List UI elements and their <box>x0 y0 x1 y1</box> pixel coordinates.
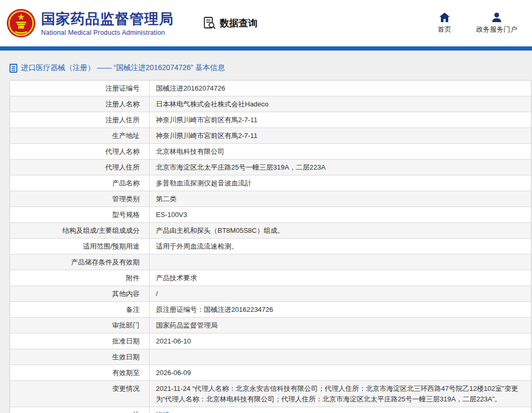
data-query-link[interactable]: 数据查询 <box>203 16 258 30</box>
document-icon <box>9 64 17 73</box>
row-label: 注册人住所 <box>10 112 150 127</box>
row-label: 备注 <box>10 302 150 317</box>
table-row: 型号规格ES-100V3 <box>10 207 531 223</box>
breadcrumb: 进口医疗器械（注册） —— “国械注进20162074726” 基本信息 <box>0 51 532 80</box>
table-row: 产品储存条件及有效期 <box>10 254 531 270</box>
row-value: 国械注进20162074726 <box>150 81 531 96</box>
table-row: 结构及组成/主要组成成分产品由主机和探头（BT8M05S8C）组成。 <box>10 223 531 239</box>
row-value: 原注册证编号：国械注进20162234726 <box>150 302 531 317</box>
row-label: 结构及组成/主要组成成分 <box>10 223 150 238</box>
table-row: 适用范围/预期用途适用于外周血流流速检测。 <box>10 239 531 254</box>
home-icon <box>439 12 450 23</box>
table-row: 管理类别第二类 <box>10 191 531 207</box>
row-value: 日本林电气株式会社株式会社Hadeco <box>150 96 531 112</box>
table-row: 注册人住所神奈川県川崎市宮前区有馬2-7-11 <box>10 112 531 128</box>
table-row: 代理人住所北京市海淀区北太平庄路25号一幢三层319A，二层223A <box>10 160 531 175</box>
national-emblem-logo <box>6 8 36 38</box>
row-label: 批准日期 <box>10 333 150 349</box>
row-label: 变更情况 <box>10 381 150 407</box>
table-row: 有效期至2026-06-09 <box>10 365 531 381</box>
row-label: 管理类别 <box>10 191 150 206</box>
table-row: 其他内容/ <box>10 286 531 302</box>
row-label: 代理人住所 <box>10 160 150 175</box>
row-label: 产品名称 <box>10 175 150 191</box>
table-row: 注册证编号国械注进20162074726 <box>10 81 531 96</box>
table-row: 批准日期2021-06-10 <box>10 333 531 349</box>
data-query-icon <box>203 16 216 30</box>
table-row: ●注详情 <box>10 407 531 413</box>
row-value: 产品技术要求 <box>150 270 531 286</box>
header-nav: 首页 政务服务门户 <box>433 12 517 34</box>
row-label: 注册证编号 <box>10 81 150 96</box>
nav-portal-label: 政务服务门户 <box>476 25 517 34</box>
table-row: 代理人名称北京林电科技有限公司 <box>10 144 531 160</box>
row-label: 附件 <box>10 270 150 286</box>
row-value <box>150 254 531 270</box>
info-table: 注册证编号国械注进20162074726注册人名称日本林电气株式会社株式会社Ha… <box>9 80 531 413</box>
agency-logo-block: 国家药品监督管理局 National Medical Products Admi… <box>6 8 174 38</box>
row-value: 2021-06-10 <box>150 333 531 349</box>
row-label: 生效日期 <box>10 349 150 365</box>
row-value: 2026-06-09 <box>150 365 531 380</box>
agency-title: 国家药品监督管理局 <box>41 11 174 27</box>
row-value: 神奈川県川崎市宮前区有馬2-7-11 <box>150 112 531 127</box>
row-value: 国家药品监督管理局 <box>150 318 531 333</box>
row-value: / <box>150 286 531 301</box>
row-label: 生产地址 <box>10 128 150 143</box>
detail-link[interactable]: 详情 <box>156 411 170 413</box>
row-label: 注册人名称 <box>10 96 150 112</box>
row-label: 产品储存条件及有效期 <box>10 254 150 270</box>
row-label: 审批部门 <box>10 318 150 333</box>
row-value: 第二类 <box>150 191 531 206</box>
nav-home-label: 首页 <box>438 25 451 34</box>
row-value: 适用于外周血流流速检测。 <box>150 239 531 254</box>
user-icon <box>491 12 503 23</box>
table-row: 生产地址神奈川県川崎市宮前区有馬2-7-11 <box>10 128 531 144</box>
nav-home[interactable]: 首页 <box>433 12 456 34</box>
row-label: 代理人名称 <box>10 144 150 159</box>
table-row: 审批部门国家药品监督管理局 <box>10 318 531 333</box>
row-value: 多普勒血流探测仪超音波血流計 <box>150 175 531 191</box>
agency-subtitle-en: National Medical Products Administration <box>41 29 174 36</box>
row-value: ES-100V3 <box>150 207 531 222</box>
row-value: 神奈川県川崎市宮前区有馬2-7-11 <box>150 128 531 143</box>
breadcrumb-text: 进口医疗器械（注册） —— “国械注进20162074726” 基本信息 <box>21 63 225 73</box>
row-label: 适用范围/预期用途 <box>10 239 150 254</box>
header: 国家药品监督管理局 National Medical Products Admi… <box>0 0 532 46</box>
row-label: 型号规格 <box>10 207 150 222</box>
row-label: ●注 <box>10 407 150 413</box>
table-row: 附件产品技术要求 <box>10 270 531 286</box>
agency-titles: 国家药品监督管理局 National Medical Products Admi… <box>41 11 174 36</box>
data-query-label: 数据查询 <box>220 17 258 30</box>
row-value: 北京林电科技有限公司 <box>150 144 531 159</box>
table-row: 生效日期 <box>10 349 531 365</box>
table-row: 产品名称多普勒血流探测仪超音波血流計 <box>10 175 531 191</box>
header-divider-bar <box>0 46 532 51</box>
row-value: 产品由主机和探头（BT8M05S8C）组成。 <box>150 223 531 238</box>
nav-portal[interactable]: 政务服务门户 <box>476 12 517 34</box>
row-value: 2021-11-24 “代理人名称：北京永安吉信科技有限公司；代理人住所：北京市… <box>150 381 531 407</box>
table-row: 备注原注册证编号：国械注进20162234726 <box>10 302 531 318</box>
row-value: 北京市海淀区北太平庄路25号一幢三层319A，二层223A <box>150 160 531 175</box>
row-label: 有效期至 <box>10 365 150 380</box>
row-value <box>150 349 531 365</box>
table-row: 注册人名称日本林电气株式会社株式会社Hadeco <box>10 96 531 112</box>
row-value: 详情 <box>150 407 531 413</box>
row-label: 其他内容 <box>10 286 150 301</box>
table-row: 变更情况2021-11-24 “代理人名称：北京永安吉信科技有限公司；代理人住所… <box>10 381 531 407</box>
